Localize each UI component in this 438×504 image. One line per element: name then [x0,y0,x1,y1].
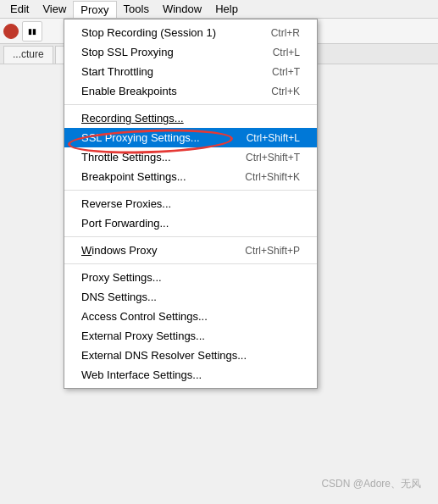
menu-dns-settings[interactable]: DNS Settings... [64,287,317,307]
menu-stop-recording[interactable]: Stop Recording (Session 1) Ctrl+R [64,23,317,42]
menu-external-dns-resolver-settings[interactable]: External DNS Resolver Settings... [64,346,317,365]
menu-port-forwarding[interactable]: Port Forwarding... [64,213,317,233]
menu-stop-ssl[interactable]: Stop SSL Proxying Ctrl+L [64,42,317,62]
watermark: CSDN @Adore、无风 [321,477,421,491]
menu-external-proxy-settings[interactable]: External Proxy Settings... [64,326,317,346]
separator-4 [64,263,317,264]
menu-enable-breakpoints[interactable]: Enable Breakpoints Ctrl+K [64,81,317,101]
menu-start-throttling[interactable]: Start Throttling Ctrl+T [64,62,317,81]
separator-1 [64,104,317,105]
dropdown-container: Stop Recording (Session 1) Ctrl+R Stop S… [0,0,438,504]
menu-reverse-proxies[interactable]: Reverse Proxies... [64,194,317,213]
menu-breakpoint-settings[interactable]: Breakpoint Settings... Ctrl+Shift+K [64,167,317,186]
menu-windows-proxy[interactable]: Windows Proxy Ctrl+Shift+P [64,241,317,260]
separator-2 [64,190,317,191]
menu-throttle-settings[interactable]: Throttle Settings... Ctrl+Shift+T [64,147,317,167]
menu-recording-settings[interactable]: Recording Settings... [64,108,317,128]
menu-ssl-proxying-settings[interactable]: SSL Proxying Settings... Ctrl+Shift+L [64,128,317,147]
separator-3 [64,236,317,237]
menu-access-control-settings[interactable]: Access Control Settings... [64,307,317,326]
menu-web-interface-settings[interactable]: Web Interface Settings... [64,365,317,385]
proxy-menu: Stop Recording (Session 1) Ctrl+R Stop S… [64,19,318,389]
menu-proxy-settings[interactable]: Proxy Settings... [64,268,317,287]
